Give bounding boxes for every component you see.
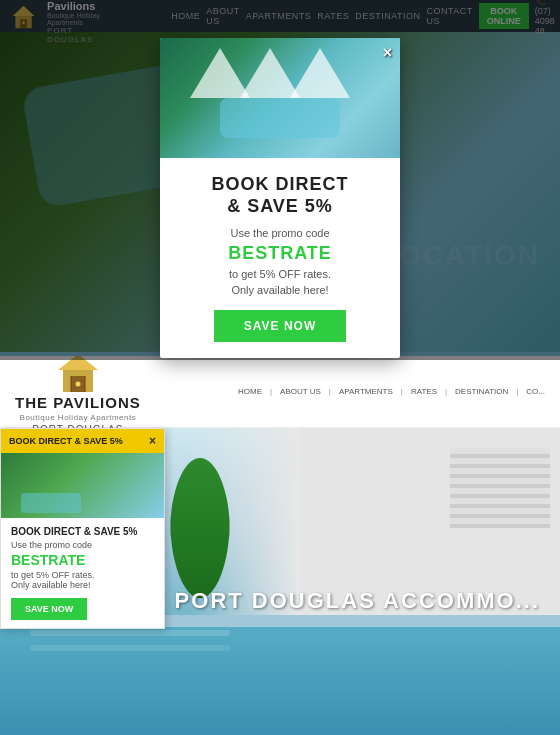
small-promo-popup: BOOK DIRECT & SAVE 5% × BOOK DIRECT & SA… [0,428,165,629]
second-nav-about[interactable]: ABOUT US [280,387,321,396]
small-popup-promo-title: BOOK DIRECT & SAVE 5% [11,526,154,537]
small-popup-body: BOOK DIRECT & SAVE 5% Use the promo code… [1,518,164,628]
modal-description: to get 5% OFF rates. [180,268,380,280]
modal-pool [220,98,340,138]
pool-lane-1 [30,630,230,636]
small-popup-close-button[interactable]: × [149,434,156,448]
modal-close-button[interactable]: × [383,44,392,62]
pool-lane-2 [30,645,230,651]
website-background: The Pavilions Boutique Holiday Apartment… [0,0,560,735]
second-logo-icon [53,356,103,393]
promo-modal: × BOOK DIRECT & SAVE 5% Use the promo co… [160,38,400,358]
save-now-button[interactable]: SAVE NOW [214,310,346,342]
second-logo: The Pavilions Boutique Holiday Apartment… [15,356,141,435]
second-header: The Pavilions Boutique Holiday Apartment… [0,356,560,428]
small-popup-availability: Only available here! [11,580,154,590]
pool-area [0,615,560,735]
building-shutters [450,448,550,528]
small-popup-save-button[interactable]: SAVE NOW [11,598,87,620]
small-popup-promo-label: Use the promo code [11,540,154,550]
small-popup-promo-code: BESTRATE [11,552,154,568]
small-popup-title: BOOK DIRECT & SAVE 5% [9,436,123,446]
main-heading: PORT DOUGLAS ACCOMMO... [170,588,540,614]
modal-overlay: × BOOK DIRECT & SAVE 5% Use the promo co… [0,0,560,360]
modal-availability: Only available here! [180,284,380,296]
small-popup-pool [21,493,81,513]
modal-image [160,38,400,158]
modal-title: BOOK DIRECT & SAVE 5% [180,174,380,217]
shade-3 [290,48,350,98]
modal-promo-label: Use the promo code [180,227,380,239]
second-nav-rates[interactable]: RATES [411,387,437,396]
second-logo-text: The Pavilions [15,395,141,412]
second-nav-apartments[interactable]: APARTMENTS [339,387,393,396]
small-popup-header: BOOK DIRECT & SAVE 5% × [1,429,164,453]
second-logo-subtitle: Boutique Holiday Apartments [20,413,137,422]
small-popup-desc: to get 5% OFF rates. [11,570,154,580]
svg-point-7 [75,381,80,386]
second-nav-contact[interactable]: CO... [526,387,545,396]
promo-code: BESTRATE [180,243,380,264]
small-popup-image [1,453,164,518]
second-nav-home[interactable]: HOME [238,387,262,396]
second-nav-destination[interactable]: DESTINATION [455,387,508,396]
modal-body: BOOK DIRECT & SAVE 5% Use the promo code… [160,158,400,358]
second-section: The Pavilions Boutique Holiday Apartment… [0,356,560,735]
second-navigation: HOME | ABOUT US | APARTMENTS | RATES | D… [238,387,545,396]
